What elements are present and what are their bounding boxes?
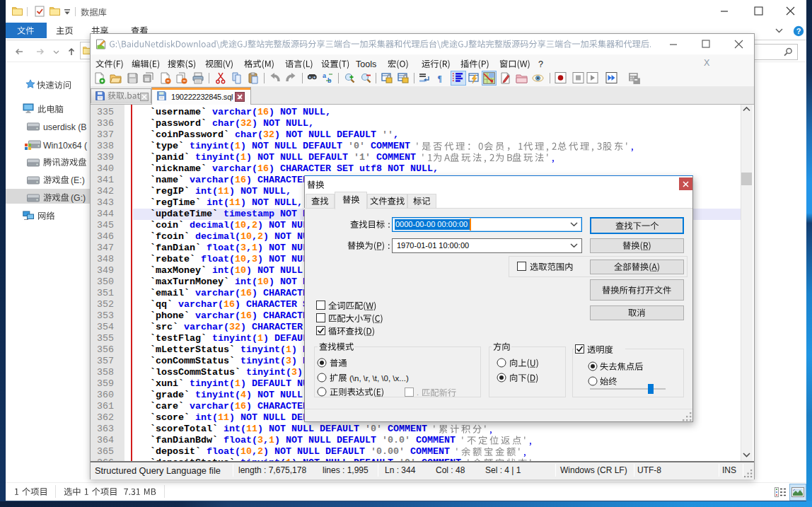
svg-text:?: ? <box>796 27 801 35</box>
svg-text:a: a <box>323 72 327 79</box>
svg-text:¶: ¶ <box>438 74 442 83</box>
